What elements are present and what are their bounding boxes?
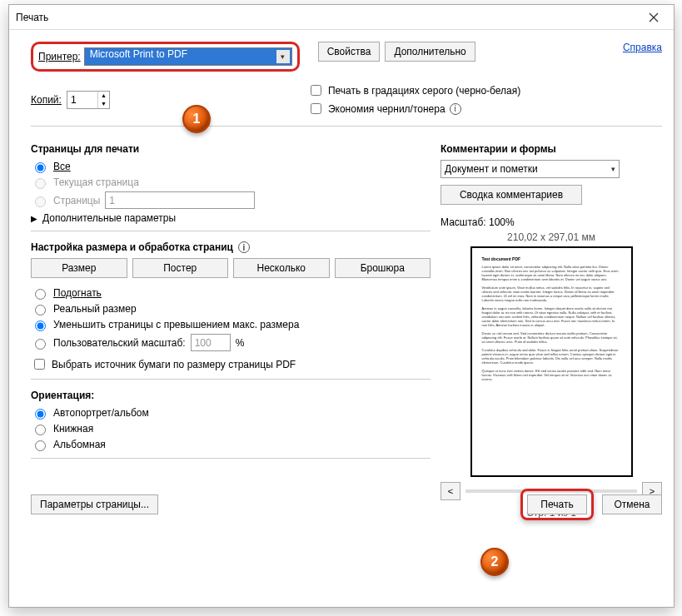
callout-badge-2: 2 [480,548,509,576]
print-button-highlight: Печать [520,489,594,520]
pages-section-title: Страницы для печати [31,143,431,155]
printer-select[interactable]: Microsoft Print to PDF ▾ [84,47,292,66]
printer-highlight: Принтер: Microsoft Print to PDF ▾ [31,42,300,72]
properties-button[interactable]: Свойства [318,42,381,62]
shrink-label: Уменьшить страницы с превышением макс. р… [53,319,299,330]
close-icon[interactable] [640,6,667,29]
fit-radio[interactable] [35,289,46,300]
save-ink-checkbox[interactable] [311,103,321,114]
pages-current-label: Текущая страница [53,176,139,188]
cancel-button[interactable]: Отмена [602,494,662,514]
custom-scale-input [191,334,231,351]
page-setup-button[interactable]: Параметры страницы... [31,494,158,514]
orient-auto-label: Автопортрет/альбом [53,407,149,419]
paper-source-label: Выбрать источник бумаги по размеру стран… [52,359,296,370]
custom-scale-radio[interactable] [35,339,46,350]
help-link[interactable]: Справка [623,42,662,53]
grayscale-checkbox[interactable] [311,85,321,96]
comments-select[interactable]: Документ и пометки ▾ [441,160,620,178]
actual-label: Реальный размер [53,303,137,315]
copies-spinner[interactable]: ▲ ▼ [67,91,110,109]
grayscale-label: Печать в градациях серого (черно-белая) [328,85,520,97]
summarize-comments-button[interactable]: Сводка комментариев [441,185,582,205]
tab-multiple[interactable]: Несколько [233,258,330,278]
print-preview: Test document PDF Lorem ipsum dolor sit … [470,246,633,477]
orient-landscape-label: Альбомная [53,439,106,450]
tab-size[interactable]: Размер [31,258,127,278]
chevron-down-icon[interactable]: ▾ [276,50,290,63]
orient-landscape-radio[interactable] [35,440,46,451]
paper-source-checkbox[interactable] [34,359,45,370]
sizing-title: Настройка размера и обработка страниц [31,241,233,253]
pages-range-input [105,191,255,209]
printer-selected-value: Microsoft Print to PDF [90,48,187,60]
orient-portrait-label: Книжная [53,423,93,435]
copies-label: Копий: [31,94,62,106]
callout-badge-1: 1 [182,105,211,133]
orientation-title: Ориентация: [31,390,431,401]
printer-label: Принтер: [38,51,81,62]
comments-selected: Документ и пометки [445,163,538,175]
orient-auto-radio[interactable] [35,409,46,420]
spinner-up-icon[interactable]: ▲ [97,92,109,100]
pages-range-label: Страницы [53,195,100,206]
pages-all-label: Все [53,161,71,172]
pages-current-radio [35,178,46,189]
pages-range-radio [35,196,46,207]
info-icon[interactable]: i [238,241,250,253]
comments-title: Комментарии и формы [441,143,662,155]
chevron-down-icon[interactable]: ▾ [611,165,615,173]
info-icon[interactable]: i [450,103,461,115]
orient-portrait-radio[interactable] [35,425,46,435]
percent-label: % [236,337,245,349]
tab-booklet[interactable]: Брошюра [335,258,431,278]
shrink-radio[interactable] [35,320,46,331]
preview-doc-title: Test document PDF [482,256,621,261]
fit-label: Подогнать [53,287,102,299]
print-button[interactable]: Печать [527,494,587,514]
triangle-right-icon[interactable]: ▶ [31,214,37,223]
preview-body-text: Lorem ipsum dolor sit amet, consectetur … [482,265,621,381]
page-dimensions: 210,02 x 297,01 мм [441,231,662,243]
actual-radio[interactable] [35,305,46,315]
copies-input[interactable] [67,92,97,108]
print-dialog: Печать Принтер: Microsoft Print to PDF ▾… [8,4,675,608]
pages-all-radio[interactable] [35,162,46,173]
window-title: Печать [16,12,640,23]
save-ink-label: Экономия чернил/тонера [328,103,446,115]
scale-label: Масштаб: 100% [441,216,662,228]
titlebar: Печать [9,5,674,30]
spinner-down-icon[interactable]: ▼ [97,100,109,108]
pages-more-toggle[interactable]: Дополнительные параметры [42,212,176,224]
custom-scale-label: Пользовательский масштаб: [53,337,186,349]
advanced-button[interactable]: Дополнительно [385,42,475,62]
tab-poster[interactable]: Постер [132,258,229,278]
